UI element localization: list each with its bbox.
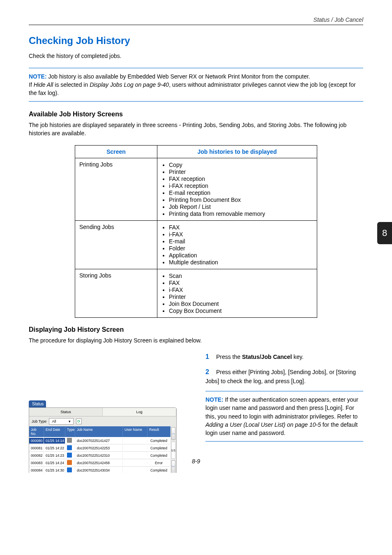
col-jobname: Job Name <box>75 426 123 437</box>
jobtype-label: Job Type <box>32 419 46 423</box>
section-available-screens: Available Job History Screens <box>29 111 363 118</box>
cell-result: Completed <box>148 438 171 444</box>
scroll-down-button[interactable]: ﹀ <box>171 460 175 473</box>
scroll-up-button[interactable]: ︿ <box>171 427 175 440</box>
cell-user <box>123 455 148 456</box>
jobtype-icon <box>67 460 72 465</box>
list-item: Multiple destination <box>169 259 313 266</box>
note2-ref: Adding a User (Local User List) on page … <box>205 421 321 428</box>
table-screen-cell: Storing Jobs <box>75 269 157 317</box>
window-title: Status <box>29 400 46 407</box>
table-row[interactable]: 00008301/25 14:24doc20070225142458Error <box>29 459 171 467</box>
th-histories: Job histories to be displayed <box>157 145 317 158</box>
note2-a: If the user authentication screen appear… <box>205 396 358 420</box>
note2-label: NOTE: <box>205 396 224 403</box>
cell-result: Completed <box>148 453 171 458</box>
cell-result: Completed <box>148 445 171 451</box>
list-item: Copy Box Document <box>169 308 313 314</box>
table-histories-cell: CopyPrinterFAX receptioni-FAX receptionE… <box>157 158 317 220</box>
list-item: Application <box>169 252 313 259</box>
cell-user <box>123 447 148 449</box>
history-screens-table: Screen Job histories to be displayed Pri… <box>75 145 317 318</box>
list-item: i-FAX <box>169 231 313 238</box>
step-1-pre: Press the <box>216 354 242 360</box>
note-label: NOTE: <box>29 73 47 80</box>
chevron-down-icon: ▾ <box>69 419 71 423</box>
col-username: User Name <box>123 426 148 437</box>
list-item: Printing from Document Box <box>169 197 313 203</box>
note1-hideall: Hide All <box>34 81 53 88</box>
note1-ref: Display Jobs Log on page 9-40 <box>90 81 169 88</box>
cell-user <box>123 462 148 464</box>
jobtype-value: All <box>52 419 56 423</box>
note-box-1: NOTE: Job history is also available by E… <box>29 68 363 102</box>
list-item: i-FAX <box>169 287 313 293</box>
list-item: i-FAX reception <box>169 183 313 189</box>
section-displaying: Displaying Job History Screen <box>29 326 363 333</box>
table-row[interactable]: 00008401/25 14:30doc20070225143034Comple… <box>29 467 171 473</box>
step-2-text: Press either [Printing Jobs], [Sending J… <box>205 369 356 384</box>
list-item: FAX <box>169 280 313 286</box>
table-screen-cell: Sending Jobs <box>75 220 157 269</box>
cell-jobno: 000083 <box>29 460 44 466</box>
table-row[interactable]: 00008101/25 14:22doc20070225142253Comple… <box>29 444 171 452</box>
col-result: Result <box>148 426 171 437</box>
tab-status[interactable]: Status <box>29 408 103 416</box>
cell-user <box>123 469 148 471</box>
list-item: Printer <box>169 294 313 300</box>
note1-line1: Job history is also available by Embedde… <box>47 73 310 80</box>
cell-result: Error <box>148 460 171 466</box>
list-item: Printing data from removable memory <box>169 210 313 217</box>
step-1-post: key. <box>292 354 304 360</box>
jobtype-select[interactable]: All ▾ <box>49 418 74 425</box>
steps-list: 1 Press the Status/Job Cancel key. 2 Pre… <box>205 352 363 385</box>
cell-jobno: 000081 <box>29 445 44 451</box>
page-title: Checking Job History <box>29 35 363 46</box>
col-enddate: End Date <box>44 426 65 437</box>
step-2: 2 Press either [Printing Jobs], [Sending… <box>205 367 363 385</box>
list-item: Join Box Document <box>169 301 313 307</box>
list-item: E-mail <box>169 238 313 245</box>
page-header: Status / Job Cancel <box>29 0 363 25</box>
cell-jobno: 000084 <box>29 467 44 473</box>
cell-name: doc20070225143034 <box>75 467 123 473</box>
th-screen: Screen <box>75 145 157 158</box>
refresh-icon[interactable]: ⟳ <box>76 419 82 424</box>
list-item: FAX reception <box>169 176 313 182</box>
step-1-bold: Status/Job Cancel <box>242 354 292 360</box>
cell-jobno: 000080 <box>29 438 44 444</box>
displaying-desc: The procedure for displaying Job History… <box>29 337 363 345</box>
list-item: Scan <box>169 273 313 279</box>
table-row[interactable]: 00008201/25 14:23doc20070225142310Comple… <box>29 452 171 459</box>
step-1-num: 1 <box>205 352 214 361</box>
cell-type <box>65 467 75 473</box>
cell-name: doc20070225142458 <box>75 460 123 466</box>
col-type: Type <box>65 426 75 437</box>
jobtype-icon <box>67 438 72 443</box>
cell-date: 01/25 14:22 <box>44 445 65 451</box>
list-item: E-mail reception <box>169 190 313 196</box>
grid-header: Job No. End Date Type Job Name User Name… <box>29 426 171 437</box>
cell-type <box>65 437 75 444</box>
cell-name: doc20070225142310 <box>75 453 123 458</box>
step-2-num: 2 <box>205 367 214 377</box>
table-histories-cell: ScanFAXi-FAXPrinterJoin Box DocumentCopy… <box>157 269 317 317</box>
list-item: FAX <box>169 224 313 231</box>
chapter-tab: 8 <box>377 222 392 244</box>
cell-date: 01/25 14:30 <box>44 467 65 473</box>
cell-date: 01/25 14:24 <box>44 460 65 466</box>
list-item: Printer <box>169 169 313 175</box>
jobtype-icon <box>67 453 72 458</box>
list-item: Job Report / List <box>169 204 313 210</box>
intro-text: Check the history of completed jobs. <box>29 52 363 60</box>
table-row[interactable]: 00008001/25 14:14doc20070225141427Comple… <box>29 437 171 444</box>
tab-log[interactable]: Log <box>103 408 176 416</box>
table-screen-cell: Printing Jobs <box>75 158 157 220</box>
list-item: Copy <box>169 162 313 168</box>
cell-date: 01/25 14:14 <box>44 438 65 444</box>
note1-line2a: If <box>29 81 34 88</box>
jobtype-icon <box>67 445 72 450</box>
cell-jobno: 000082 <box>29 453 44 458</box>
note1-line2c: is selected in <box>53 81 90 88</box>
cell-type <box>65 459 75 467</box>
